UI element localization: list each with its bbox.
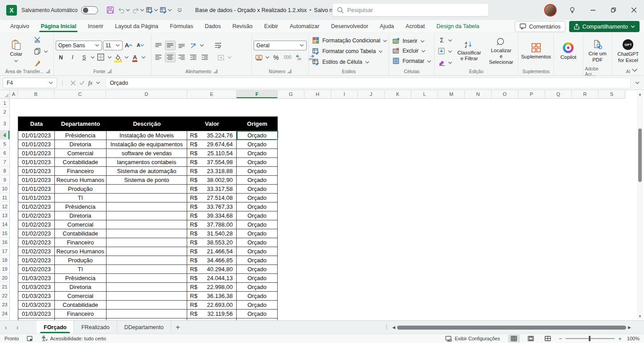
cell-departamento[interactable]: Prêsidencia	[55, 202, 107, 211]
find-select-button[interactable]: Localizar e Selecionar	[486, 37, 516, 66]
column-header-J[interactable]: J	[358, 90, 385, 98]
cell-departamento[interactable]: Prêsidencia	[55, 131, 107, 140]
cell-styles-button[interactable]: Estilos de Célula	[311, 58, 371, 66]
cancel-entry-icon[interactable]	[70, 80, 76, 86]
cell-descricao[interactable]: Instalação de equipamentos	[107, 140, 188, 149]
cell-valor[interactable]: R$22.693,00	[187, 301, 237, 310]
ribbon-tab-revis-o[interactable]: Revisão	[227, 21, 258, 33]
format-painter-button[interactable]	[32, 58, 43, 68]
paste-button[interactable]: Colar	[7, 39, 25, 63]
increase-decimal-button[interactable]: .00	[294, 53, 304, 62]
autosum-button[interactable]: Σ	[436, 35, 447, 45]
fx-dropdown-icon[interactable]	[96, 81, 100, 85]
undo-dropdown-icon[interactable]	[126, 8, 130, 12]
font-color-button[interactable]: A	[130, 53, 140, 62]
borders-button[interactable]	[96, 53, 107, 62]
column-header-C[interactable]: C	[54, 90, 106, 98]
align-top-button[interactable]	[153, 41, 164, 50]
alignment-dialog-launcher[interactable]	[213, 69, 217, 73]
sort-filter-button[interactable]: AZ Classificar e Filtrar	[454, 40, 484, 62]
cell-valor[interactable]: R$22.998,00	[187, 283, 237, 292]
conditional-formatting-button[interactable]: Formatação Condicional	[311, 36, 389, 45]
font-size-select[interactable]: 11	[103, 41, 123, 50]
cell-data[interactable]: 01/02/2023	[18, 211, 55, 220]
fill-color-dropdown-icon[interactable]	[124, 55, 129, 59]
cell-descricao[interactable]: lançamentos contabeis	[107, 158, 188, 167]
sheet-nav-left[interactable]: ‹	[0, 324, 12, 331]
data-table[interactable]: DataDepartamentoDescriçãoValorOrigem01/0…	[18, 116, 278, 320]
column-header-R[interactable]: R	[572, 90, 599, 98]
cell-data[interactable]: 01/01/2023	[18, 158, 55, 167]
row-header-6[interactable]: 6	[0, 149, 9, 157]
table-row[interactable]: 01/01/2023Contabilidadelançamentos conta…	[18, 158, 278, 167]
column-header-L[interactable]: L	[411, 90, 438, 98]
cell-valor[interactable]: R$40.294,80	[187, 265, 237, 274]
insert-function-button[interactable]: fx	[88, 79, 92, 87]
row-header-20[interactable]: 20	[0, 273, 9, 282]
row-header-14[interactable]: 14	[0, 220, 9, 229]
table-row[interactable]: 01/03/2023ContabilidadeR$22.693,00Orçado	[18, 301, 278, 310]
share-button[interactable]: Compartilhamento	[569, 21, 640, 32]
column-header-D[interactable]: D	[106, 90, 187, 98]
cell-departamento[interactable]: TI	[55, 265, 107, 274]
cell-origem[interactable]: Orçado	[237, 301, 278, 310]
table-row[interactable]: 01/01/2023PrêsidenciaInstalação de Movei…	[18, 131, 278, 140]
cell-departamento[interactable]: Financeiro	[55, 238, 107, 247]
cell-origem[interactable]: Orçado	[237, 176, 278, 185]
cell-origem[interactable]: Orçado	[237, 194, 278, 202]
table-row[interactable]: 01/01/2023ProduçãoR$33.317,58Orçado	[18, 185, 278, 194]
vertical-scroll-thumb[interactable]	[638, 128, 642, 182]
accessibility-status[interactable]: Acessibilidade: tudo certo	[41, 335, 106, 342]
add-sheet-button[interactable]: +	[171, 323, 185, 331]
cell-data[interactable]: 01/01/2023	[18, 149, 55, 158]
row-header-13[interactable]: 13	[0, 211, 9, 220]
row-header-9[interactable]: 9	[0, 175, 9, 184]
row-header-17[interactable]: 17	[0, 247, 9, 256]
borders-dropdown-icon[interactable]	[107, 55, 112, 59]
orientation-button[interactable]	[188, 41, 199, 50]
save-button[interactable]	[104, 4, 116, 16]
row-header-10[interactable]: 10	[0, 184, 9, 193]
cell-valor[interactable]: R$38.553,20	[187, 238, 237, 247]
zoom-level[interactable]: 100%	[627, 336, 640, 341]
column-header-N[interactable]: N	[465, 90, 492, 98]
create-pdf-button[interactable]: Crie um PDF	[585, 39, 610, 63]
row-header-24[interactable]: 24	[0, 309, 9, 318]
cell-descricao[interactable]	[107, 292, 188, 301]
cell-valor[interactable]: R$21.466,54	[187, 247, 237, 256]
column-header-B[interactable]: B	[18, 90, 54, 98]
sheet-nav-right[interactable]: ›	[12, 324, 23, 331]
zoom-out-button[interactable]: −	[559, 335, 562, 342]
row-header-3[interactable]: 3	[0, 116, 9, 131]
table-row[interactable]: 01/01/2023Recurso HumanosSistema de pont…	[18, 176, 278, 185]
name-box[interactable]: F4	[3, 78, 57, 88]
font-dialog-launcher[interactable]	[107, 69, 111, 73]
cell-origem[interactable]: Orçado	[237, 202, 278, 211]
font-color-dropdown-icon[interactable]	[141, 55, 146, 59]
cell-descricao[interactable]	[107, 229, 188, 238]
sheet-tab-frealizado[interactable]: FRealizado	[74, 321, 117, 334]
cell-descricao[interactable]	[107, 247, 188, 256]
cell-descricao[interactable]	[107, 283, 188, 292]
table-row[interactable]: 01/02/2023DiretoriaR$39.334,68Orçado	[18, 211, 278, 220]
spreadsheet-grid[interactable]: ABCDEFGHIJKLMNOPQRS 12345678910111213141…	[0, 90, 635, 320]
cell-data[interactable]: 01/03/2023	[18, 301, 55, 310]
paste-dropdown-icon[interactable]	[14, 59, 18, 63]
cell-data[interactable]: 01/02/2023	[18, 202, 55, 211]
percent-button[interactable]: %	[271, 53, 281, 62]
table-header-departamento[interactable]: Departamento	[55, 117, 107, 131]
row-header-12[interactable]: 12	[0, 202, 9, 211]
row-header-16[interactable]: 16	[0, 238, 9, 247]
cell-data[interactable]: 01/03/2023	[18, 292, 55, 301]
cell-valor[interactable]: R$33.317,58	[187, 185, 237, 194]
cell-departamento[interactable]: Produção	[55, 256, 107, 265]
display-settings-button[interactable]: Exibir Configurações	[445, 335, 500, 342]
column-header-K[interactable]: K	[385, 90, 411, 98]
column-header-G[interactable]: G	[278, 90, 304, 98]
cell-origem[interactable]: Orçado	[237, 185, 278, 194]
cell-valor[interactable]: R$33.767,33	[187, 202, 237, 211]
column-header-A[interactable]: A	[10, 90, 18, 98]
cell-departamento[interactable]: Financeiro	[55, 167, 107, 176]
cell-valor[interactable]: R$38.002,90	[187, 176, 237, 185]
cell-valor[interactable]: R$36.136,38	[187, 292, 237, 301]
